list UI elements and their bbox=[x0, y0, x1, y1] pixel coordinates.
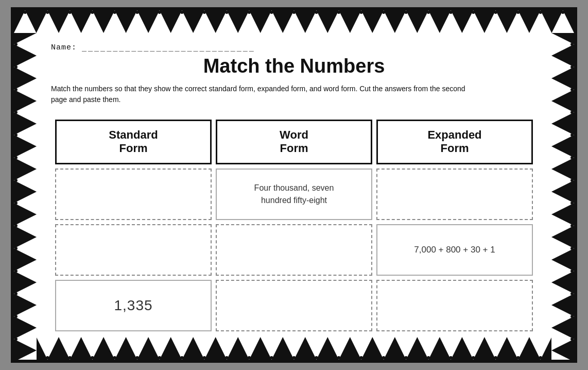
svg-point-55 bbox=[14, 88, 18, 91]
svg-point-21 bbox=[472, 11, 475, 14]
row3-standard: 1,335 bbox=[55, 280, 212, 331]
table-row: 1,335 bbox=[55, 280, 533, 331]
svg-point-83 bbox=[570, 360, 574, 363]
svg-point-17 bbox=[382, 11, 385, 14]
row3-word bbox=[216, 280, 372, 331]
svg-point-59 bbox=[14, 179, 18, 182]
svg-point-76 bbox=[570, 201, 574, 205]
border-top bbox=[14, 10, 574, 33]
row2-standard bbox=[55, 224, 212, 276]
svg-point-43 bbox=[382, 356, 385, 359]
svg-point-30 bbox=[91, 356, 94, 359]
page-title: Match the Numbers bbox=[51, 55, 537, 77]
border-left bbox=[14, 33, 37, 363]
svg-point-74 bbox=[570, 156, 574, 159]
row1-standard bbox=[55, 169, 212, 220]
svg-point-47 bbox=[472, 356, 475, 359]
svg-point-53 bbox=[14, 43, 18, 46]
svg-point-54 bbox=[14, 65, 18, 69]
svg-point-28 bbox=[46, 356, 49, 359]
svg-point-77 bbox=[570, 224, 574, 227]
table-row: Four thousand, sevenhundred fifty-eight bbox=[55, 169, 533, 220]
svg-point-19 bbox=[427, 11, 430, 14]
svg-point-11 bbox=[248, 11, 251, 14]
header-expanded-form: ExpandedForm bbox=[376, 120, 533, 164]
row3-expanded bbox=[376, 280, 533, 331]
row1-word: Four thousand, sevenhundred fifty-eight bbox=[216, 169, 372, 220]
instructions-text: Match the numbers so that they show the … bbox=[51, 83, 473, 105]
header-standard-form: StandardForm bbox=[55, 120, 212, 164]
svg-point-12 bbox=[270, 11, 273, 14]
worksheet-page: Name: ____________________________ Match… bbox=[11, 7, 577, 363]
svg-point-75 bbox=[570, 179, 574, 182]
svg-point-64 bbox=[14, 292, 18, 295]
row1-expanded bbox=[376, 169, 533, 220]
content-area: Name: ____________________________ Match… bbox=[37, 33, 551, 337]
svg-point-81 bbox=[570, 315, 574, 318]
svg-point-57 bbox=[14, 133, 18, 137]
table-row: 7,000 + 800 + 30 + 1 bbox=[55, 224, 533, 276]
svg-point-80 bbox=[570, 292, 574, 295]
header-word-form: WordForm bbox=[216, 120, 372, 164]
svg-point-22 bbox=[494, 11, 497, 14]
svg-point-44 bbox=[405, 356, 408, 359]
name-field: Name: ____________________________ bbox=[51, 42, 537, 52]
svg-point-16 bbox=[360, 11, 363, 14]
svg-point-48 bbox=[494, 356, 497, 359]
svg-point-23 bbox=[516, 11, 520, 14]
svg-point-20 bbox=[449, 11, 453, 14]
svg-point-29 bbox=[68, 356, 72, 359]
svg-point-36 bbox=[225, 356, 228, 359]
svg-point-70 bbox=[570, 65, 574, 69]
svg-point-72 bbox=[570, 111, 574, 114]
svg-point-31 bbox=[113, 356, 116, 359]
svg-point-41 bbox=[337, 356, 340, 359]
svg-point-6 bbox=[135, 11, 139, 14]
svg-point-8 bbox=[180, 11, 183, 14]
svg-point-58 bbox=[14, 156, 18, 159]
svg-point-7 bbox=[158, 11, 161, 14]
svg-point-45 bbox=[427, 356, 430, 359]
row2-word bbox=[216, 224, 372, 276]
svg-point-38 bbox=[270, 356, 273, 359]
svg-point-9 bbox=[203, 11, 206, 14]
svg-point-82 bbox=[570, 338, 574, 341]
svg-point-4 bbox=[91, 11, 94, 14]
svg-point-42 bbox=[360, 356, 363, 359]
svg-point-79 bbox=[570, 270, 574, 273]
svg-point-73 bbox=[570, 133, 574, 137]
svg-point-66 bbox=[14, 338, 18, 341]
svg-point-78 bbox=[570, 247, 574, 250]
svg-point-15 bbox=[337, 11, 340, 14]
svg-point-46 bbox=[449, 356, 453, 359]
table: StandardForm WordForm ExpandedForm bbox=[51, 115, 537, 335]
svg-point-65 bbox=[14, 315, 18, 318]
svg-point-10 bbox=[225, 11, 228, 14]
svg-point-33 bbox=[158, 356, 161, 359]
svg-point-2 bbox=[46, 11, 49, 14]
svg-point-56 bbox=[14, 111, 18, 114]
svg-point-62 bbox=[14, 247, 18, 250]
svg-point-35 bbox=[203, 356, 206, 359]
svg-point-34 bbox=[180, 356, 183, 359]
svg-point-49 bbox=[516, 356, 520, 359]
svg-point-1 bbox=[24, 11, 27, 14]
svg-point-37 bbox=[248, 356, 251, 359]
matching-table: StandardForm WordForm ExpandedForm bbox=[51, 115, 537, 335]
svg-point-61 bbox=[14, 224, 18, 227]
svg-point-71 bbox=[570, 88, 574, 91]
border-bottom bbox=[14, 337, 574, 360]
svg-point-25 bbox=[561, 11, 564, 14]
svg-point-3 bbox=[68, 11, 72, 14]
svg-point-39 bbox=[292, 356, 296, 359]
svg-point-50 bbox=[539, 356, 542, 359]
svg-point-32 bbox=[135, 356, 139, 359]
svg-point-67 bbox=[14, 360, 18, 363]
svg-point-24 bbox=[539, 11, 542, 14]
svg-point-18 bbox=[405, 11, 408, 14]
row2-expanded: 7,000 + 800 + 30 + 1 bbox=[376, 224, 533, 276]
svg-point-40 bbox=[315, 356, 318, 359]
svg-point-14 bbox=[315, 11, 318, 14]
svg-point-69 bbox=[570, 43, 574, 46]
svg-point-5 bbox=[113, 11, 116, 14]
